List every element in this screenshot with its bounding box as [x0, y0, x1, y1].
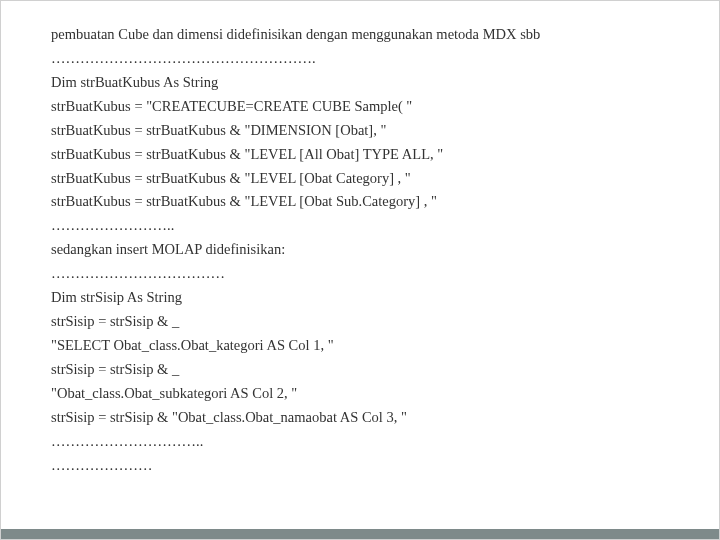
code-line: Dim strSisip As String — [51, 286, 669, 310]
code-line: sedangkan insert MOLAP didefinisikan: — [51, 238, 669, 262]
code-line: ……………………………… — [51, 262, 669, 286]
code-line: strSisip = strSisip & "Obat_class.Obat_n… — [51, 406, 669, 430]
code-line: "Obat_class.Obat_subkategori AS Col 2, " — [51, 382, 669, 406]
code-line: pembuatan Cube dan dimensi didefinisikan… — [51, 23, 669, 47]
code-line: Dim strBuatKubus As String — [51, 71, 669, 95]
code-line: strSisip = strSisip & _ — [51, 358, 669, 382]
code-line: ………………………………………………. — [51, 47, 669, 71]
code-line: …………………….. — [51, 214, 669, 238]
code-line: "SELECT Obat_class.Obat_kategori AS Col … — [51, 334, 669, 358]
code-line: strBuatKubus = strBuatKubus & "DIMENSION… — [51, 119, 669, 143]
footer-bar — [1, 529, 719, 539]
code-line: strBuatKubus = strBuatKubus & "LEVEL [Ob… — [51, 167, 669, 191]
code-line: ………………… — [51, 454, 669, 478]
code-line: strSisip = strSisip & _ — [51, 310, 669, 334]
document-page: pembuatan Cube dan dimensi didefinisikan… — [0, 0, 720, 540]
code-line: strBuatKubus = strBuatKubus & "LEVEL [Al… — [51, 143, 669, 167]
code-line: ………………………….. — [51, 430, 669, 454]
code-line: strBuatKubus = strBuatKubus & "LEVEL [Ob… — [51, 190, 669, 214]
code-line: strBuatKubus = "CREATECUBE=CREATE CUBE S… — [51, 95, 669, 119]
